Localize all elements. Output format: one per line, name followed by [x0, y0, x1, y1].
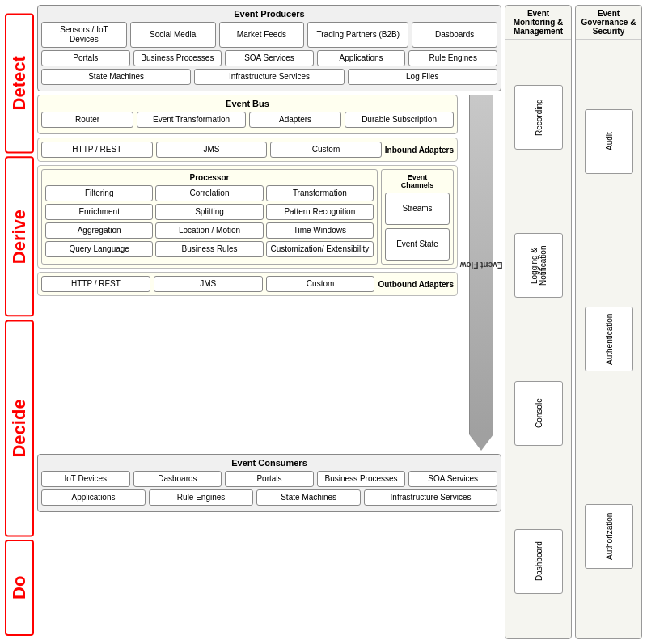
inbound-adapters-label: Inbound Adapters	[385, 146, 454, 155]
proc-location-motion: Location / Motion	[155, 222, 263, 239]
producer-market-feeds: Market Feeds	[219, 22, 305, 48]
monitoring-logging: Logging & Notification	[514, 233, 563, 298]
event-bus-title: Event Bus	[41, 99, 454, 108]
outbound-http-rest: HTTP / REST	[41, 276, 150, 292]
producer-soa-services: SOA Services	[225, 50, 314, 66]
governance-audit: Audit	[585, 109, 633, 174]
monitoring-recording: Recording	[514, 85, 563, 150]
proc-splitting: Splitting	[155, 204, 263, 220]
bus-durable-subscription: Durable Subscription	[345, 112, 454, 128]
event-state-item: Event State	[385, 228, 450, 261]
event-bus-section: Event Bus Router Event Transformation Ad…	[37, 95, 458, 134]
producer-applications: Applications	[317, 50, 406, 66]
proc-enrichment: Enrichment	[45, 204, 153, 220]
producer-portals: Portals	[41, 50, 130, 66]
proc-query-language: Query Language	[45, 241, 153, 257]
consumer-portals: Portals	[225, 471, 314, 487]
event-consumers-section: Event Consumers IoT Devices Dasboards Po…	[37, 454, 501, 512]
monitoring-panel: Event Monitoring & Management Recording …	[505, 5, 572, 639]
producer-trading-partners: Trading Partners (B2B)	[307, 22, 408, 48]
proc-customization: Customization/ Extensibility	[266, 241, 374, 257]
monitoring-title: Event Monitoring & Management	[505, 6, 571, 40]
outbound-adapters-section: HTTP / REST JMS Custom Outbound Adapters	[37, 272, 458, 296]
event-channels-title: EventChannels	[385, 173, 450, 189]
processor-box: Processor Filtering Correlation Transfor…	[41, 169, 378, 265]
producer-rule-engines: Rule Engines	[408, 50, 497, 66]
inbound-custom: Custom	[270, 142, 382, 158]
event-producers-title: Event Producers	[41, 9, 497, 19]
do-label: Do	[5, 540, 34, 636]
proc-pattern-recognition: Pattern Recognition	[266, 204, 374, 220]
processor-title: Processor	[45, 173, 374, 182]
consumer-infrastructure-services: Infrastructure Services	[364, 489, 497, 506]
consumer-dasboards: Dasboards	[133, 471, 222, 487]
producer-infrastructure-services: Infrastructure Services	[194, 69, 344, 85]
inbound-jms: JMS	[156, 142, 268, 158]
producer-dasboards: Dasboards	[412, 22, 497, 48]
monitoring-console: Console	[514, 381, 563, 446]
producer-business-processes: Business Processes	[133, 50, 222, 66]
outbound-custom: Custom	[266, 276, 375, 292]
governance-authentication: Authentication	[585, 307, 633, 371]
governance-panel: Event Governance & Security Audit Authen…	[575, 5, 642, 639]
event-flow-label: Event Flow	[460, 261, 503, 269]
streams-item: Streams	[385, 193, 450, 225]
decide-label: Decide	[5, 320, 34, 537]
producer-social-media: Social Media	[130, 22, 216, 48]
consumer-rule-engines: Rule Engines	[149, 489, 253, 506]
event-channels-box: EventChannels Streams Event State	[381, 169, 454, 265]
derive-label: Derive	[5, 156, 34, 316]
consumer-soa-services: SOA Services	[408, 471, 497, 487]
bus-adapters: Adapters	[249, 112, 341, 128]
proc-aggregation: Aggregation	[45, 222, 153, 239]
producer-log-files: Log Files	[348, 69, 497, 85]
event-flow-arrow: Event Flow	[461, 95, 501, 451]
proc-correlation: Correlation	[155, 185, 263, 201]
processor-section: Processor Filtering Correlation Transfor…	[37, 165, 458, 269]
consumer-state-machines: State Machines	[256, 489, 361, 506]
proc-business-rules: Business Rules	[155, 241, 263, 257]
flow-arrowhead	[469, 434, 493, 451]
outbound-jms: JMS	[154, 276, 263, 292]
event-consumers-title: Event Consumers	[41, 458, 497, 468]
bus-event-transformation: Event Transformation	[137, 112, 246, 128]
governance-title: Event Governance & Security	[576, 6, 641, 40]
detect-label: Detect	[5, 13, 34, 153]
event-producers-section: Event Producers Sensors / IoT Devices So…	[37, 5, 501, 91]
producer-state-machines: State Machines	[41, 69, 191, 85]
consumer-iot-devices: IoT Devices	[41, 471, 130, 487]
proc-filtering: Filtering	[45, 185, 153, 201]
flow-arrow-shaft: Event Flow	[469, 95, 493, 434]
governance-authorization: Authorization	[585, 504, 633, 569]
monitoring-dashboard: Dashboard	[514, 529, 563, 594]
consumer-applications: Applications	[41, 489, 146, 506]
inbound-adapters-section: HTTP / REST JMS Custom Inbound Adapters	[37, 138, 458, 162]
bus-router: Router	[41, 112, 133, 128]
consumer-business-processes: Business Processes	[317, 471, 406, 487]
outbound-adapters-label: Outbound Adapters	[378, 280, 454, 289]
proc-transformation: Transformation	[266, 185, 374, 201]
proc-time-windows: Time Windows	[266, 222, 374, 239]
producer-sensors: Sensors / IoT Devices	[41, 22, 127, 48]
inbound-http-rest: HTTP / REST	[41, 142, 153, 158]
